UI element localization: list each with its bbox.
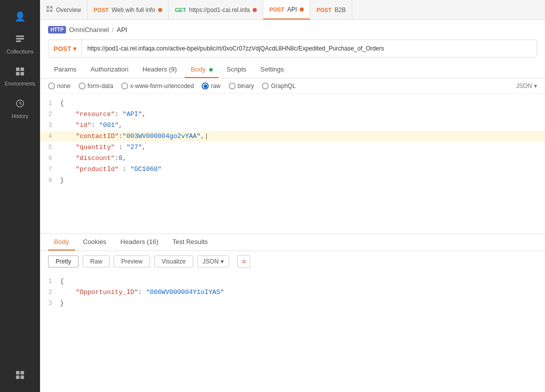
tab-post-web-method: POST <box>94 7 109 13</box>
tab-post-web-dot <box>158 8 162 12</box>
url-input[interactable] <box>82 45 536 52</box>
resp-format-label: JSON <box>203 258 219 265</box>
svg-rect-4 <box>21 68 24 71</box>
code-line-1: 1 { <box>40 98 545 109</box>
code-line-7: 7 "productId" : "GC1060" <box>40 164 545 175</box>
resp-code-line-2: 2 "Opportunity_ID": "006WV000004Y1oIYAS" <box>40 287 545 298</box>
filter-icon: ≡ <box>242 258 246 266</box>
resp-tab-body[interactable]: Body <box>48 234 75 250</box>
format-label: JSON <box>516 82 532 90</box>
method-select[interactable]: POST ▾ <box>49 40 82 57</box>
breadcrumb-parent: OmniChannel <box>69 26 109 34</box>
svg-rect-11 <box>21 376 24 379</box>
resp-tab-test-results-label: Test Results <box>172 238 208 246</box>
code-line-6: 6 "discount":8, <box>40 153 545 164</box>
resp-btn-raw-label: Raw <box>90 258 102 265</box>
resp-btn-visualize-label: Visualize <box>162 258 186 265</box>
option-graphql[interactable]: GraphQL <box>262 82 295 90</box>
tab-settings[interactable]: Settings <box>254 62 290 78</box>
tab-bar: Overview POST Web wih full info GET http… <box>40 0 545 20</box>
tab-get-url[interactable]: GET https://pod1-cai.rel.infa <box>169 0 263 20</box>
tab-settings-label: Settings <box>260 66 284 73</box>
resp-filter-button[interactable]: ≡ <box>237 255 250 268</box>
request-tabs: Params Authorization Headers (9) Body Sc… <box>40 62 545 78</box>
tab-post-web-label: Web wih full info <box>112 6 155 14</box>
main-content: Overview POST Web wih full info GET http… <box>40 0 545 392</box>
tab-params[interactable]: Params <box>48 62 83 78</box>
request-code-editor[interactable]: 1 { 2 "resource": "API", 3 "id": "001", … <box>40 94 545 234</box>
breadcrumb-current: API <box>117 26 127 34</box>
response-section: Body Cookies Headers (16) Test Results P… <box>40 234 545 313</box>
code-line-2: 2 "resource": "API", <box>40 109 545 120</box>
tab-post-api-label: API <box>287 6 297 13</box>
tab-overview[interactable]: Overview <box>40 0 88 20</box>
sidebar-item-workspaces[interactable] <box>0 364 40 387</box>
radio-raw-inner <box>204 84 207 88</box>
option-none-label: none <box>57 82 71 90</box>
option-binary[interactable]: binary <box>229 82 254 90</box>
radio-binary <box>229 82 236 90</box>
request-content: HTTP OmniChannel / API POST ▾ Params Aut… <box>40 20 545 392</box>
tab-authorization[interactable]: Authorization <box>85 62 135 78</box>
svg-rect-10 <box>16 376 20 379</box>
resp-tab-test-results[interactable]: Test Results <box>166 234 214 250</box>
resp-code-line-3: 3 } <box>40 298 545 309</box>
svg-rect-15 <box>50 10 53 12</box>
tab-overview-label: Overview <box>56 6 81 14</box>
option-form-data-label: form-data <box>88 82 113 90</box>
overview-icon <box>46 6 53 14</box>
profile-icon: 👤 <box>15 11 26 22</box>
method-label: POST <box>54 45 71 52</box>
body-dot <box>209 68 213 72</box>
tab-get-url-dot <box>253 8 257 12</box>
option-none[interactable]: none <box>48 82 71 90</box>
code-line-4: 4 "contactID":"003WV000004go2vYAA",| <box>40 131 545 142</box>
tab-get-url-label: https://pod1-cai.rel.infa <box>189 6 250 14</box>
tab-post-web[interactable]: POST Web wih full info <box>88 0 169 20</box>
tab-body-label: Body <box>191 66 206 73</box>
tab-scripts[interactable]: Scripts <box>221 62 253 78</box>
option-x-www[interactable]: x-www-form-urlencoded <box>121 82 194 90</box>
radio-x-www <box>121 82 128 90</box>
resp-btn-preview[interactable]: Preview <box>114 256 150 268</box>
radio-raw <box>202 82 209 90</box>
option-graphql-label: GraphQL <box>271 82 295 90</box>
resp-tab-cookies[interactable]: Cookies <box>77 234 113 250</box>
resp-btn-pretty-label: Pretty <box>56 258 71 265</box>
workspaces-icon <box>15 370 25 381</box>
format-dropdown-icon: ▾ <box>534 82 537 90</box>
svg-rect-14 <box>47 10 49 12</box>
tab-authorization-label: Authorization <box>91 66 129 73</box>
resp-btn-visualize[interactable]: Visualize <box>154 256 193 268</box>
url-bar: POST ▾ <box>48 40 537 58</box>
resp-format-selector[interactable]: JSON ▾ <box>197 256 229 268</box>
tab-params-label: Params <box>54 66 77 73</box>
sidebar-item-environments[interactable]: Environments <box>0 60 40 92</box>
tab-headers[interactable]: Headers (9) <box>137 62 183 78</box>
history-label: History <box>12 113 29 119</box>
response-code-editor: 1 { 2 "Opportunity_ID": "006WV000004Y1oI… <box>40 272 545 313</box>
resp-btn-raw[interactable]: Raw <box>83 256 110 268</box>
http-badge: HTTP <box>48 26 66 34</box>
breadcrumb: HTTP OmniChannel / API <box>40 20 545 38</box>
tab-post-b2b-method: POST <box>316 7 331 13</box>
sidebar-item-history[interactable]: History <box>0 92 40 125</box>
tab-post-api-dot <box>300 8 304 12</box>
option-binary-label: binary <box>238 82 254 90</box>
sidebar-item-profile[interactable]: 👤 <box>0 5 40 28</box>
collections-icon <box>15 34 25 46</box>
option-raw[interactable]: raw <box>202 82 220 90</box>
history-icon <box>15 98 25 111</box>
code-line-8: 8 } <box>40 175 545 186</box>
sidebar-item-collections[interactable]: Collections <box>0 28 40 60</box>
resp-btn-pretty[interactable]: Pretty <box>48 256 79 268</box>
svg-rect-8 <box>16 371 20 374</box>
svg-rect-0 <box>16 36 24 37</box>
tab-post-api[interactable]: POST API <box>263 0 310 20</box>
option-form-data[interactable]: form-data <box>79 82 113 90</box>
tab-post-b2b[interactable]: POST B2B <box>310 0 352 20</box>
tab-body[interactable]: Body <box>185 62 218 78</box>
format-selector[interactable]: JSON ▾ <box>516 82 537 90</box>
environments-icon <box>15 66 25 79</box>
resp-tab-headers[interactable]: Headers (16) <box>115 234 165 250</box>
